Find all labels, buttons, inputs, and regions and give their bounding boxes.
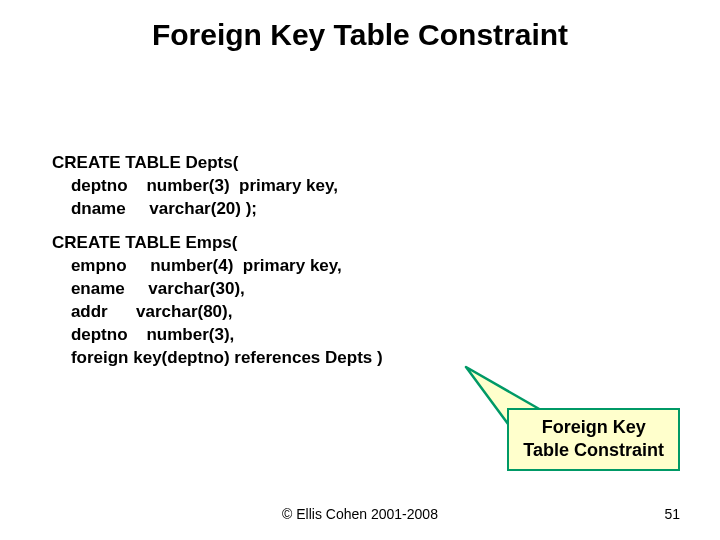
slide-title: Foreign Key Table Constraint [0,0,720,52]
callout: Foreign Key Table Constraint [507,408,680,471]
footer-copyright: © Ellis Cohen 2001-2008 [0,506,720,522]
callout-line-1: Foreign Key [523,416,664,439]
code-block-depts: CREATE TABLE Depts( deptno number(3) pri… [52,152,338,221]
callout-line-2: Table Constraint [523,439,664,462]
callout-box: Foreign Key Table Constraint [507,408,680,471]
footer-page-number: 51 [664,506,680,522]
slide: Foreign Key Table Constraint CREATE TABL… [0,0,720,540]
code-block-emps: CREATE TABLE Emps( empno number(4) prima… [52,232,383,370]
